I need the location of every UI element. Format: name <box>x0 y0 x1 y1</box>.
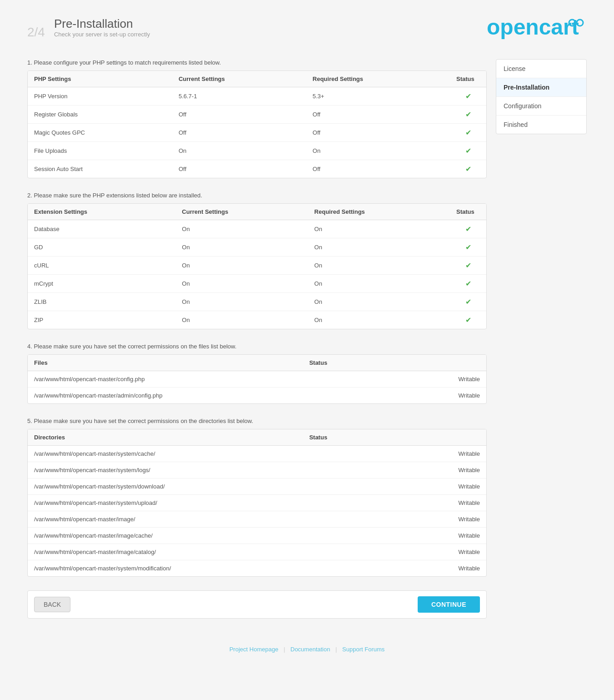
table-row: Database On On <box>28 220 486 238</box>
php-required: Off <box>306 124 450 142</box>
table-row: Session Auto Start Off Off <box>28 160 486 178</box>
status-ok-icon <box>465 148 471 155</box>
col-dirs: Directories <box>28 429 303 446</box>
dir-status: Writable <box>303 511 486 528</box>
table-row: /var/www/html/opencart-master/system/dow… <box>28 478 486 495</box>
col-php-settings: PHP Settings <box>28 71 172 87</box>
sidebar-item-configuration[interactable]: Configuration <box>496 97 586 116</box>
dir-path: /var/www/html/opencart-master/system/log… <box>28 462 303 478</box>
content-area: 1. Please configure your PHP settings to… <box>27 59 487 637</box>
dir-path: /var/www/html/opencart-master/image/cach… <box>28 528 303 544</box>
ext-current: On <box>175 220 308 238</box>
section2-text: 2. Please make sure the PHP extensions l… <box>27 192 487 199</box>
status-ok-icon <box>465 130 471 136</box>
status-ok-icon <box>465 93 471 100</box>
footer-sep-2: | <box>335 646 337 653</box>
ext-current: On <box>175 238 308 257</box>
table-row: /var/www/html/opencart-master/image/cata… <box>28 544 486 560</box>
php-current: Off <box>172 124 306 142</box>
sidebar: License Pre-Installation Configuration F… <box>496 59 587 637</box>
col-ext-settings: Extension Settings <box>28 204 175 220</box>
page-title: Pre-Installation <box>54 17 150 31</box>
dir-status: Writable <box>303 462 486 478</box>
footer-link-documentation[interactable]: Documentation <box>290 646 330 653</box>
dir-path: /var/www/html/opencart-master/system/dow… <box>28 478 303 495</box>
sidebar-item-license[interactable]: License <box>496 60 586 78</box>
back-button[interactable]: BACK <box>34 597 70 612</box>
sidebar-item-preinstallation[interactable]: Pre-Installation <box>496 78 586 97</box>
col-files-status: Status <box>303 355 486 371</box>
table-row: Register Globals Off Off <box>28 106 486 124</box>
dir-status: Writable <box>303 528 486 544</box>
step-number: 2/4 <box>27 14 45 41</box>
ext-status <box>450 238 486 257</box>
extension-settings-table: Extension Settings Current Settings Requ… <box>27 203 487 329</box>
table-row: /var/www/html/opencart-master/admin/conf… <box>28 388 486 404</box>
php-status <box>450 160 486 178</box>
ext-status <box>450 257 486 275</box>
php-name: Register Globals <box>28 106 172 124</box>
dir-status: Writable <box>303 446 486 462</box>
footer: Project Homepage | Documentation | Suppo… <box>27 637 587 662</box>
dir-status: Writable <box>303 478 486 495</box>
ext-name: ZLIB <box>28 293 175 311</box>
ext-required: On <box>308 257 450 275</box>
php-required: Off <box>306 160 450 178</box>
status-ok-icon <box>465 111 471 118</box>
ext-current: On <box>175 257 308 275</box>
php-required: Off <box>306 106 450 124</box>
file-status: Writable <box>303 371 486 388</box>
table-row: PHP Version 5.6.7-1 5.3+ <box>28 87 486 106</box>
sidebar-nav: License Pre-Installation Configuration F… <box>496 59 587 134</box>
sidebar-item-finished[interactable]: Finished <box>496 116 586 134</box>
status-ok-icon <box>465 166 471 173</box>
dir-path: /var/www/html/opencart-master/system/mod… <box>28 560 303 577</box>
table-row: /var/www/html/opencart-master/system/log… <box>28 462 486 478</box>
file-status: Writable <box>303 388 486 404</box>
dir-path: /var/www/html/opencart-master/system/cac… <box>28 446 303 462</box>
ext-status <box>450 275 486 293</box>
table-row: /var/www/html/opencart-master/config.php… <box>28 371 486 388</box>
status-ok-icon <box>465 244 471 251</box>
status-ok-icon <box>465 226 471 233</box>
status-ok-icon <box>465 299 471 306</box>
php-status <box>450 124 486 142</box>
svg-text:opencart: opencart <box>487 15 579 39</box>
file-path: /var/www/html/opencart-master/config.php <box>28 371 303 388</box>
dir-status: Writable <box>303 495 486 511</box>
table-row: /var/www/html/opencart-master/image/cach… <box>28 528 486 544</box>
status-ok-icon <box>465 281 471 287</box>
table-row: File Uploads On On <box>28 142 486 160</box>
files-table: Files Status /var/www/html/opencart-mast… <box>27 354 487 404</box>
table-row: ZLIB On On <box>28 293 486 311</box>
logo-svg: opencart <box>487 14 587 41</box>
opencart-logo: opencart <box>487 14 587 41</box>
dir-path: /var/www/html/opencart-master/image/ <box>28 511 303 528</box>
col-ext-required: Required Settings <box>308 204 450 220</box>
ext-required: On <box>308 293 450 311</box>
continue-button[interactable]: CONTINUE <box>418 596 480 613</box>
dir-status: Writable <box>303 544 486 560</box>
col-required-settings: Required Settings <box>306 71 450 87</box>
ext-current: On <box>175 275 308 293</box>
ext-status <box>450 293 486 311</box>
buttons-row: BACK CONTINUE <box>27 590 487 619</box>
table-row: /var/www/html/opencart-master/image/ Wri… <box>28 511 486 528</box>
ext-status <box>450 311 486 329</box>
footer-sep-1: | <box>284 646 285 653</box>
php-name: PHP Version <box>28 87 172 106</box>
ext-name: Database <box>28 220 175 238</box>
step-total: 4 <box>38 25 45 39</box>
section1-text: 1. Please configure your PHP settings to… <box>27 59 487 66</box>
footer-link-support[interactable]: Support Forums <box>342 646 384 653</box>
dir-path: /var/www/html/opencart-master/image/cata… <box>28 544 303 560</box>
php-name: Magic Quotes GPC <box>28 124 172 142</box>
dir-path: /var/www/html/opencart-master/system/upl… <box>28 495 303 511</box>
status-ok-icon <box>465 317 471 324</box>
php-required: 5.3+ <box>306 87 450 106</box>
table-row: /var/www/html/opencart-master/system/upl… <box>28 495 486 511</box>
php-current: Off <box>172 106 306 124</box>
footer-link-homepage[interactable]: Project Homepage <box>230 646 279 653</box>
step-current: 2 <box>27 25 35 39</box>
dir-status: Writable <box>303 560 486 577</box>
